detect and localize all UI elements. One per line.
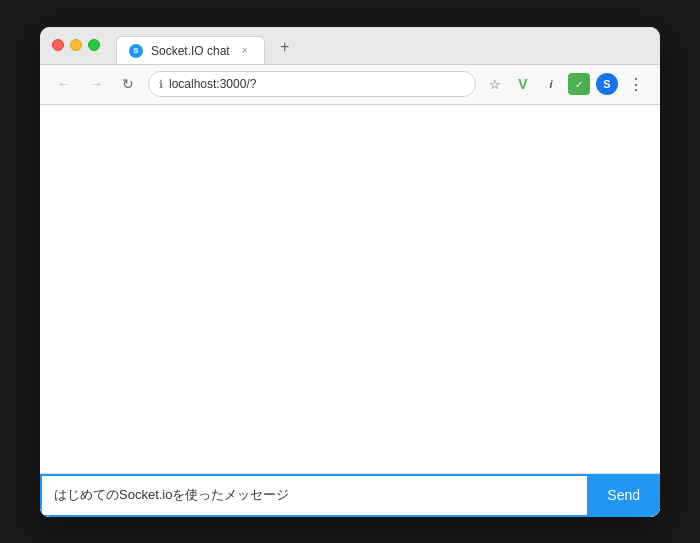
active-tab[interactable]: S Socket.IO chat ×	[116, 36, 265, 64]
url-bar[interactable]: ℹ localhost:3000/?	[148, 71, 476, 97]
traffic-lights	[52, 39, 100, 51]
send-button[interactable]: Send	[587, 474, 660, 517]
vuetify-icon[interactable]: V	[512, 73, 534, 95]
tab-bar: S Socket.IO chat × +	[116, 27, 648, 64]
forward-button[interactable]: →	[84, 72, 108, 96]
browser-menu-button[interactable]: ⋮	[624, 73, 648, 96]
back-button[interactable]: ←	[52, 72, 76, 96]
chat-messages	[40, 105, 660, 473]
tab-favicon: S	[129, 44, 143, 58]
title-bar: S Socket.IO chat × +	[40, 27, 660, 65]
tab-close-button[interactable]: ×	[238, 44, 252, 58]
page-content: Send	[40, 105, 660, 517]
new-tab-button[interactable]: +	[273, 35, 297, 59]
tab-title: Socket.IO chat	[151, 44, 230, 58]
browser-window: S Socket.IO chat × + ← → ↻ ℹ localhost:3…	[40, 27, 660, 517]
user-avatar[interactable]: S	[596, 73, 618, 95]
chat-input-area: Send	[40, 473, 660, 517]
reload-button[interactable]: ↻	[116, 72, 140, 96]
green-extension-icon[interactable]: ✓	[568, 73, 590, 95]
url-text: localhost:3000/?	[169, 77, 256, 91]
security-icon: ℹ	[159, 78, 163, 91]
info-extension-icon[interactable]: i	[540, 73, 562, 95]
maximize-button[interactable]	[88, 39, 100, 51]
close-button[interactable]	[52, 39, 64, 51]
toolbar-icons: ☆ V i ✓ S ⋮	[484, 73, 648, 96]
chat-input[interactable]	[40, 474, 587, 517]
minimize-button[interactable]	[70, 39, 82, 51]
bookmark-icon[interactable]: ☆	[484, 73, 506, 95]
address-bar: ← → ↻ ℹ localhost:3000/? ☆ V i ✓ S ⋮	[40, 65, 660, 105]
